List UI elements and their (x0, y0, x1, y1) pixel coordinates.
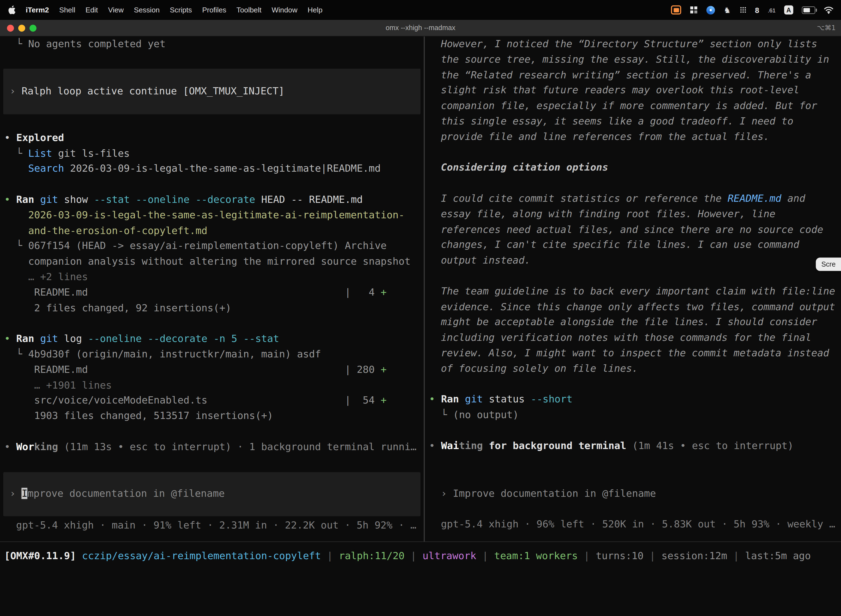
model-status-line: gpt-5.4 xhigh · 96% left · 520K in · 5.8… (425, 517, 841, 532)
git-show-output-line: companion analysis without altering the … (0, 254, 424, 269)
summary-text: 2 files changed, 92 insertions(+) (4, 302, 231, 313)
cmd-subcommand: log (58, 333, 82, 344)
reasoning-line: the “Related research writing” section i… (425, 67, 841, 83)
cmd-git: git (34, 333, 58, 344)
ran-label: Ran (16, 194, 34, 205)
prompt-input[interactable]: › Improve documentation in @filename (425, 486, 841, 502)
reasoning-line: The team guideline is to back every impo… (425, 284, 841, 299)
no-output-text: └ (no output) (429, 409, 519, 420)
dots-grid-icon[interactable] (740, 6, 746, 13)
reasoning-line: provide file and line references from th… (425, 129, 841, 145)
inject-banner-line: › Ralph loop active continue [OMX_TMUX_I… (5, 84, 284, 99)
diffstat-file: README.md (4, 362, 345, 378)
filename-part-1: 2026-03-09-is-legal-the-same-as-legitima… (4, 209, 405, 220)
explored-title: Explored (16, 132, 64, 143)
more-lines-text: … +1901 lines (4, 379, 112, 390)
working-status-line: • Working (11m 13s • esc to interrupt) ·… (0, 439, 424, 455)
input-text: Improve documentation in @filename (453, 487, 656, 499)
cmd-git: git (34, 194, 58, 205)
action-search: Search (28, 163, 64, 174)
right-pane: However, I noticed the “Directory Struct… (425, 37, 841, 541)
reasoning-line: of focusing solely on file lines. (425, 361, 841, 377)
compass-app-icon[interactable] (706, 6, 715, 14)
apple-menu-icon[interactable] (7, 5, 15, 14)
battery-meter-icon[interactable]: .61 (768, 7, 775, 13)
agents-status-line: └ No agents completed yet (0, 37, 424, 52)
diffstat-summary: 2 files changed, 92 insertions(+) (0, 300, 424, 316)
prompt-chevron: › (10, 85, 22, 97)
menu-bar-status-icons: ♞ 8 .61 A (671, 5, 834, 15)
bullet: • (4, 132, 16, 143)
bullet: • (429, 440, 441, 451)
window-title: omx --xhigh --madmax (0, 20, 841, 36)
menu-window[interactable]: Window (272, 6, 297, 14)
git-log-output-line: └ 4b9d30f (origin/main, instructkr/main,… (0, 347, 424, 362)
diffstat-row: README.md| 280 + (0, 362, 424, 378)
menu-app-name[interactable]: iTerm2 (26, 6, 49, 14)
reasoning-line: review. Also, I might want to inspect th… (425, 346, 841, 361)
explored-list-line: └ List git ls-files (0, 146, 424, 161)
reasoning-line: changes, I can't cite specific file line… (425, 238, 841, 253)
reasoning-line: evidence. Since this change only affects… (425, 299, 841, 315)
number-8-icon[interactable]: 8 (755, 6, 759, 14)
reasoning-line: including verification notes with those … (425, 330, 841, 346)
menu-shell[interactable]: Shell (59, 6, 75, 14)
menu-view[interactable]: View (108, 6, 124, 14)
window-title-bar[interactable]: omx --xhigh --madmax ⌥⌘1 (0, 20, 841, 37)
menu-scripts[interactable]: Scripts (170, 6, 192, 14)
commit-line: └ 4b9d30f (origin/main, instructkr/main,… (4, 348, 321, 359)
git-status-output-line: └ (no output) (425, 407, 841, 423)
menu-bar: iTerm2 Shell Edit View Session Scripts P… (0, 0, 841, 20)
menu-edit[interactable]: Edit (85, 6, 98, 14)
screen-recording-indicator-icon[interactable] (671, 5, 681, 14)
summary-text: 1903 files changed, 513517 insertions(+) (4, 410, 273, 421)
bullet: • (4, 333, 16, 344)
battery-icon[interactable] (802, 6, 815, 13)
zoom-button[interactable] (29, 25, 37, 31)
chess-knight-icon[interactable]: ♞ (724, 5, 731, 15)
reasoning-line: However, I noticed the “Directory Struct… (425, 37, 841, 52)
omx-last-activity: last:5m ago (745, 550, 811, 561)
diffstat-row: src/voice/voiceModeEnabled.ts| 54 + (0, 393, 424, 408)
action-list: List (28, 147, 52, 159)
commit-line: └ 067f154 (HEAD -> essay/ai-reimplementa… (4, 240, 387, 251)
notification-popup[interactable]: Scre (816, 258, 841, 271)
prompt-chevron: › (441, 487, 453, 499)
git-show-output-line: └ 067f154 (HEAD -> essay/ai-reimplementa… (0, 238, 424, 254)
window-shortcut-hint: ⌥⌘1 (817, 20, 836, 36)
prompt-input[interactable]: › Improve documentation in @filename (3, 472, 420, 516)
reasoning-line: companion file, especially if more comme… (425, 98, 841, 114)
working-word-bright: Wor (16, 441, 34, 452)
reasoning-line: output instead. (425, 253, 841, 268)
menu-toolbelt[interactable]: Toolbelt (236, 6, 261, 14)
reasoning-line: slight risk that future readers may over… (425, 83, 841, 98)
cmd-flags: --oneline --decorate -n 5 --stat (82, 333, 279, 344)
diffstat-summary: 1903 files changed, 513517 insertions(+) (0, 408, 424, 424)
explored-header: • Explored (0, 130, 424, 146)
close-button[interactable] (7, 25, 14, 31)
ran-git-log-line: • Ran git log --oneline --decorate -n 5 … (0, 331, 424, 347)
menu-session[interactable]: Session (134, 6, 160, 14)
diffstat-row: README.md| 4 + (0, 285, 424, 300)
cmd-args: HEAD -- README.md (255, 194, 363, 205)
menu-help[interactable]: Help (308, 6, 322, 14)
cmd-flags: --short (525, 393, 573, 405)
input-source-icon[interactable]: A (784, 5, 793, 14)
omx-workspace: cczip/essay/ai-reimplementation-copyleft (76, 550, 321, 561)
readme-link[interactable]: README.md (728, 193, 781, 204)
model-status-line: gpt-5.4 xhigh · main · 91% left · 2.31M … (0, 518, 424, 533)
bullet: • (4, 194, 16, 205)
reasoning-line: references need actual files, and since … (425, 222, 841, 238)
traffic-lights (7, 25, 37, 31)
grid-app-icon[interactable] (690, 6, 698, 14)
minimize-button[interactable] (18, 25, 25, 31)
wifi-icon[interactable] (824, 6, 834, 14)
reasoning-line: I could cite commit statistics or refere… (425, 191, 841, 207)
reasoning-line: the source tree, missing the essay. Stil… (425, 52, 841, 67)
diffstat-count: | 54 (345, 395, 381, 406)
ran-git-show-line: • Ran git show --stat --oneline --decora… (0, 192, 424, 208)
menu-profiles[interactable]: Profiles (202, 6, 227, 14)
waiting-status-line: • Waiting for background terminal (1m 41… (425, 438, 841, 454)
prompt-chevron: › (10, 488, 22, 499)
omx-ralph-counter: ralph:11/20 (339, 550, 404, 561)
